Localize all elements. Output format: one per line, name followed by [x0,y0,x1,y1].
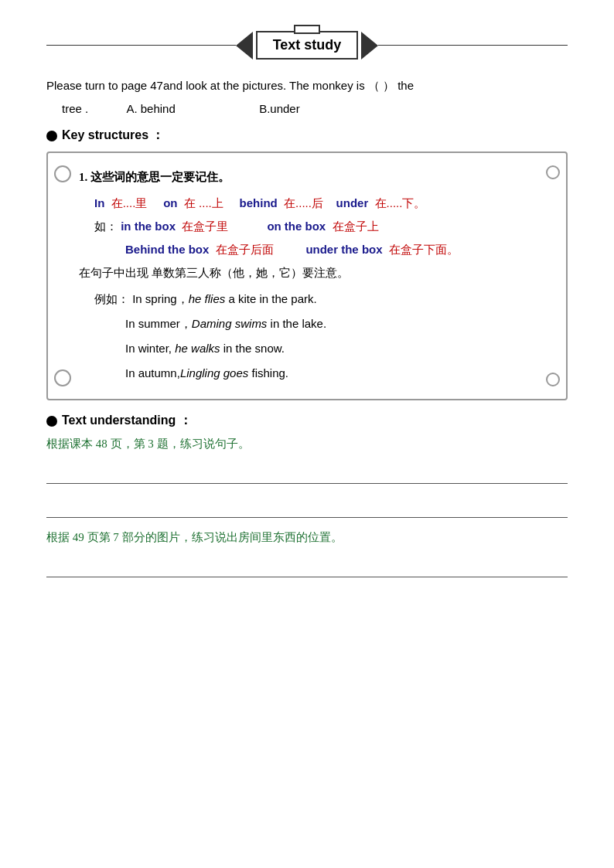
sentence4: In autumn,Lingling goes fishing. [125,362,551,385]
option-a: A. behind [126,102,175,115]
line2-text: tree . [62,102,88,115]
key-structures-header: Key structures ： [46,128,568,144]
prep-under-zh: 在.....下。 [375,196,426,209]
right-arrow [361,32,378,60]
sentence3: In winter, he walks in the snow. [125,337,551,360]
prep-on-zh: 在 ....上 [184,196,223,209]
example-label: 如： [94,220,118,233]
sent2-italic: Daming swims [192,317,268,330]
sent4-italic: Lingling goes [180,366,248,380]
ex4-en: under the box [305,243,382,256]
example-line1: 如： in the box 在盒子里 on the box 在盒子上 [94,215,551,238]
prep-behind-en: behind [240,196,278,209]
write-line3 [46,556,568,577]
write-line1 [46,462,568,484]
text-understanding-section: Text understanding ： [46,413,568,429]
option-b: B.under [259,102,300,115]
prep-in-zh: 在....里 [111,196,148,209]
bullet-icon [46,131,57,141]
options-line: tree . A. behind B.under [46,102,568,115]
sentence2: In summer，Daming swims in the lake. [125,312,551,335]
notepad-container: 1. 这些词的意思一定要记住。 In 在....里 on 在 ....上 beh… [46,151,568,400]
ex2-zh: 在盒子上 [333,220,379,233]
text-understanding-header: Text understanding ： [46,413,568,429]
sent2-text: In summer， [125,317,192,330]
sent4-rest: fishing. [248,366,288,380]
title-box: Text study [256,31,359,60]
instruction-line1: Please turn to page 47and look at the pi… [46,75,568,96]
right-line [378,45,568,46]
behind-line: Behind the box 在盒子后面 under the box 在盒子下面… [125,238,551,261]
exercise1-text: 根据课本 48 页，第 3 题，练习说句子。 [46,437,568,451]
prepositions-line: In 在....里 on 在 ....上 behind 在.....后 unde… [94,192,551,215]
ex4-zh: 在盒子下面。 [389,243,459,256]
exercise2-text: 根据 49 页第 7 部分的图片，练习说出房间里东西的位置。 [46,530,568,545]
left-arrow [236,32,253,60]
sent1-rest: a kite in the park. [225,292,316,305]
sent1-italic: he flies [189,292,226,305]
sent4-text: In autumn, [125,366,180,380]
prep-behind-zh: 在.....后 [284,196,323,209]
key-structures-label: Key structures ： [62,128,165,144]
sent1-text: In spring， [132,292,189,305]
scroll-corner-bottom-right [546,373,560,386]
instruction-text1: Please turn to page 47and look at the pi… [46,79,414,92]
ex3-zh: 在盒子后面 [216,243,274,256]
item1-label: 1. 这些词的意思一定要记住。 [79,165,551,189]
ex1-en: in the box [121,220,176,233]
ex3-en: Behind the box [125,243,209,256]
notepad-content: 1. 这些词的意思一定要记住。 In 在....里 on 在 ....上 beh… [79,165,551,385]
write-line2 [46,496,568,518]
warning-line: 在句子中出现 单数第三人称（他，她，它）要注意。 [79,261,551,284]
sent2-rest: in the lake. [267,317,326,330]
sentence1: 例如： In spring，he flies a kite in the par… [94,288,551,311]
left-line [46,45,236,46]
prep-in-en: In [94,196,104,209]
sent3-italic: he walks [172,342,220,355]
prep-under-en: under [336,196,369,209]
sent3-rest: in the snow. [220,342,285,355]
ex1-zh: 在盒子里 [182,220,228,233]
bullet-icon2 [46,416,57,427]
sent3-text: In winter, [125,342,172,355]
prep-on-en: on [163,196,177,209]
ex2-en: on the box [267,220,326,233]
sent1-label: 例如： [94,292,129,305]
page-title: Text study [273,37,342,53]
title-section: Text study [46,31,568,60]
text-understanding-label: Text understanding ： [62,413,192,429]
scroll-corner-top-right [546,165,560,179]
